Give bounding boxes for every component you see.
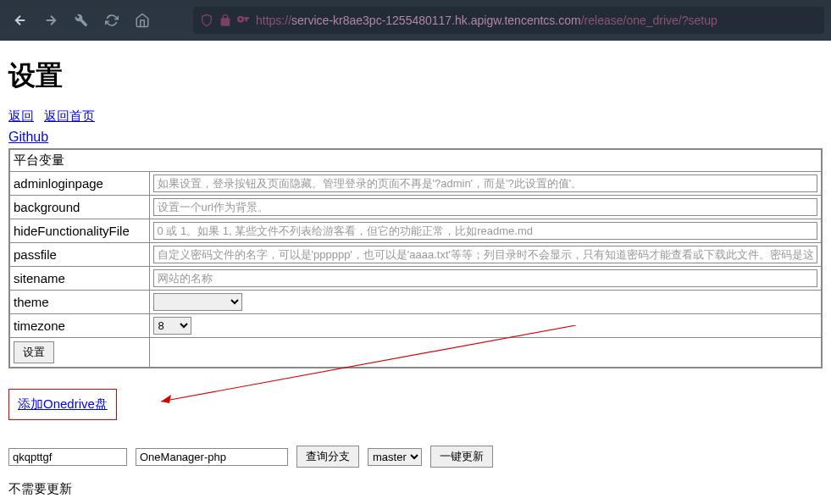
lock-icon bbox=[219, 14, 232, 27]
repo-owner-input[interactable] bbox=[8, 448, 127, 466]
row-label-adminloginpage: adminloginpage bbox=[9, 172, 149, 196]
url-bar[interactable]: https://service-kr8ae3pc-1255480117.hk.a… bbox=[193, 7, 824, 34]
table-row: timezone 8 bbox=[9, 314, 822, 338]
row-label-hidefunctionalityfile: hideFunctionalityFile bbox=[9, 219, 149, 243]
update-status: 不需要更新 bbox=[8, 481, 823, 497]
add-drive-section: 添加Onedrive盘 bbox=[8, 389, 823, 420]
table-row: adminloginpage bbox=[9, 172, 822, 196]
table-row: sitename bbox=[9, 267, 822, 291]
reload-button[interactable] bbox=[98, 7, 125, 34]
key-icon bbox=[237, 14, 251, 27]
home-link[interactable]: 返回首页 bbox=[44, 108, 95, 123]
one-click-update-button[interactable]: 一键更新 bbox=[430, 446, 493, 468]
home-button[interactable] bbox=[129, 7, 156, 34]
row-label-passfile: passfile bbox=[9, 243, 149, 267]
nav-links: 返回返回首页 bbox=[8, 108, 823, 125]
theme-select[interactable] bbox=[153, 293, 242, 311]
devtools-button[interactable] bbox=[68, 7, 95, 34]
table-row: background bbox=[9, 196, 822, 219]
table-row: passfile bbox=[9, 243, 822, 267]
update-bar: 查询分支 master 一键更新 bbox=[8, 446, 823, 468]
table-row: hideFunctionalityFile bbox=[9, 219, 822, 243]
back-link[interactable]: 返回 bbox=[8, 108, 34, 123]
sitename-input[interactable] bbox=[153, 269, 818, 287]
add-onedrive-link[interactable]: 添加Onedrive盘 bbox=[18, 396, 108, 411]
add-drive-box: 添加Onedrive盘 bbox=[8, 389, 117, 420]
page-title: 设置 bbox=[8, 58, 823, 95]
table-header-row: 平台变量 bbox=[9, 149, 822, 172]
browser-toolbar: https://service-kr8ae3pc-1255480117.hk.a… bbox=[0, 0, 831, 41]
row-label-background: background bbox=[9, 196, 149, 219]
row-label-timezone: timezone bbox=[9, 314, 149, 338]
query-branch-button[interactable]: 查询分支 bbox=[296, 446, 359, 468]
branch-select[interactable]: master bbox=[368, 448, 422, 466]
timezone-select[interactable]: 8 bbox=[153, 317, 191, 335]
back-button[interactable] bbox=[7, 7, 34, 34]
svg-marker-1 bbox=[161, 395, 171, 403]
github-link[interactable]: Github bbox=[8, 130, 48, 145]
table-header: 平台变量 bbox=[9, 149, 822, 172]
repo-name-input[interactable] bbox=[136, 448, 288, 466]
row-label-sitename: sitename bbox=[9, 267, 149, 291]
forward-button[interactable] bbox=[37, 7, 64, 34]
row-label-theme: theme bbox=[9, 291, 149, 314]
save-button[interactable]: 设置 bbox=[14, 341, 54, 363]
shield-icon bbox=[200, 14, 213, 27]
hidefunctionalityfile-input[interactable] bbox=[153, 222, 818, 240]
table-row: theme bbox=[9, 291, 822, 314]
table-row: 设置 bbox=[9, 338, 822, 368]
background-input[interactable] bbox=[153, 198, 818, 216]
settings-table: 平台变量 adminloginpage background hideFunct… bbox=[8, 148, 823, 368]
url-text: https://service-kr8ae3pc-1255480117.hk.a… bbox=[256, 14, 717, 27]
adminloginpage-input[interactable] bbox=[153, 174, 818, 192]
passfile-input[interactable] bbox=[153, 246, 818, 263]
